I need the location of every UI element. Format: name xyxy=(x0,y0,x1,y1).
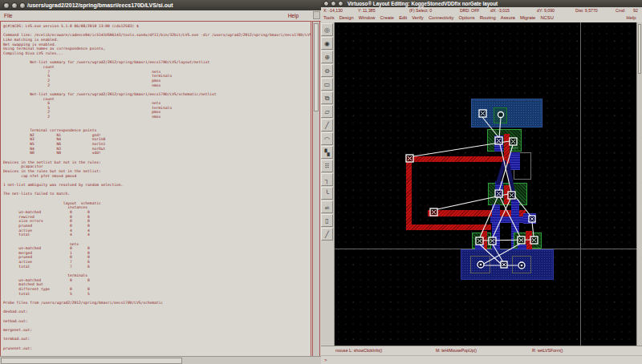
stretch-icon[interactable]: ▭ xyxy=(321,78,333,91)
zoom-fit-icon[interactable]: ◎ xyxy=(321,23,333,36)
menu-routing[interactable]: Routing xyxy=(480,14,496,22)
menu-connectivity[interactable]: Connectivity xyxy=(429,14,454,22)
status-x: X: -14,130 xyxy=(323,7,343,14)
zoom-box-icon[interactable]: ◉ xyxy=(321,37,333,50)
lvs-vertical-scrollbar[interactable] xyxy=(312,21,320,357)
canvas-vertical-scrollbar[interactable] xyxy=(636,22,642,346)
lvs-horizontal-scrollbar-thumb[interactable] xyxy=(1,358,182,364)
lvs-output-window: /users/ugrad2/2012/spring/bmasri/eecs170… xyxy=(0,0,321,364)
menu-tools[interactable]: Tools xyxy=(323,14,335,22)
lvs-horizontal-scrollbar[interactable] xyxy=(0,356,321,364)
status-dy: dY: 9,090 xyxy=(537,7,555,14)
status-drd: DRD: OFF xyxy=(460,7,480,14)
ruler-icon[interactable]: ╱ xyxy=(321,228,333,241)
create-path-icon[interactable]: ╱ xyxy=(321,119,333,131)
lvs-probe-overlay xyxy=(335,22,636,346)
move-icon[interactable]: ▱ xyxy=(321,105,333,118)
menu-options[interactable]: Options xyxy=(459,14,475,22)
create-instance-icon[interactable]: ▚ xyxy=(321,146,333,159)
status-dx: dX: -3,015 xyxy=(490,7,510,14)
mouse-right-binding: R: setLVSForm() xyxy=(532,346,563,355)
status-y: Y: 11,385 xyxy=(358,7,376,14)
virtuoso-window-title: Virtuoso® Layout Editing: KoggeStonedVDD… xyxy=(347,1,498,6)
menu-help[interactable]: Help xyxy=(288,10,299,21)
status-corner: 92 xyxy=(633,7,638,14)
zoom-out-icon[interactable]: ⊖ xyxy=(321,64,333,77)
zoom-in-icon[interactable]: ⊕ xyxy=(321,51,333,63)
window-maximize-button[interactable] xyxy=(19,2,26,9)
virtuoso-statusbar: X: -14,130 Y: 11,385 (F) Select: 0 DRD: … xyxy=(321,7,642,14)
layout-toolbar: ◎ ◉ ⊕ ⊖ ▭ ⧉ ▱ ╱ ◠ ▚ ⠿ ┐ ╰ ab ▯ ╱ xyxy=(321,22,335,346)
layout-canvas[interactable]: 4200 xyxy=(335,22,636,346)
window-minimize-button[interactable] xyxy=(331,1,336,6)
window-maximize-button[interactable] xyxy=(338,1,343,6)
create-contact-icon[interactable]: ⠿ xyxy=(321,160,333,172)
lvs-output-textarea[interactable]: @(#)$CDS: LVS.exe version 5.1.0 06/08/20… xyxy=(0,21,311,357)
create-label-icon[interactable]: ab xyxy=(321,200,333,213)
mouse-bindings-bar: mouse L: showClickInfo() M: leHiMousePop… xyxy=(321,346,642,355)
lvs-menubar: File Help xyxy=(0,10,321,22)
virtuoso-layout-window: Virtuoso® Layout Editing: KoggeStonedVDD… xyxy=(321,0,642,364)
window-minimize-button[interactable] xyxy=(11,2,18,9)
mouse-middle-binding: M: leHiMousePopUp() xyxy=(436,346,477,355)
menu-file[interactable]: File xyxy=(4,10,12,21)
menu-ncsu[interactable]: NCSU xyxy=(540,14,553,22)
mouse-left-binding: mouse L: showClickInfo() xyxy=(335,346,382,355)
status-select: (F) Select: 0 xyxy=(409,7,432,14)
probe-marker-crosses xyxy=(408,111,536,266)
prompt-caret: > xyxy=(324,358,327,362)
scrollbar-corner xyxy=(313,11,320,19)
lvs-output-text: @(#)$CDS: LVS.exe version 5.1.0 06/08/20… xyxy=(1,22,311,350)
menu-create[interactable]: Create xyxy=(380,14,394,22)
menu-assura[interactable]: Assura xyxy=(501,14,515,22)
status-dist: Dist: 9,5770 xyxy=(575,7,598,14)
lvs-window-titlebar[interactable]: /users/ugrad2/2012/spring/bmasri/eecs170… xyxy=(0,0,321,10)
menu-design[interactable]: Design xyxy=(339,14,354,22)
lvs-window-title: /users/ugrad2/2012/spring/bmasri/eecs170… xyxy=(27,2,173,8)
create-rect-icon[interactable]: ▯ xyxy=(321,214,333,227)
status-cmd: Cmd: xyxy=(616,7,625,14)
desktop: /users/ugrad2/2012/spring/bmasri/eecs170… xyxy=(0,0,642,364)
menu-window[interactable]: Window xyxy=(359,14,376,22)
window-close-button[interactable] xyxy=(323,1,329,6)
menu-edit[interactable]: Edit xyxy=(399,14,407,22)
canvas-vertical-scrollbar-thumb[interactable] xyxy=(638,24,641,74)
virtuoso-titlebar[interactable]: Virtuoso® Layout Editing: KoggeStonedVDD… xyxy=(321,0,642,7)
menu-migrate[interactable]: Migrate xyxy=(520,14,535,22)
copy-icon[interactable]: ⧉ xyxy=(321,91,333,104)
lvs-vertical-scrollbar-thumb[interactable] xyxy=(314,23,319,111)
window-close-button[interactable] xyxy=(3,2,10,9)
command-prompt[interactable]: > xyxy=(321,355,642,364)
create-route-icon[interactable]: ╰ xyxy=(321,187,333,200)
create-wire-icon[interactable]: ┐ xyxy=(321,173,333,186)
menu-verify[interactable]: Verify xyxy=(412,14,424,22)
menu-help[interactable]: Help xyxy=(627,14,636,22)
create-arc-icon[interactable]: ◠ xyxy=(321,132,333,145)
